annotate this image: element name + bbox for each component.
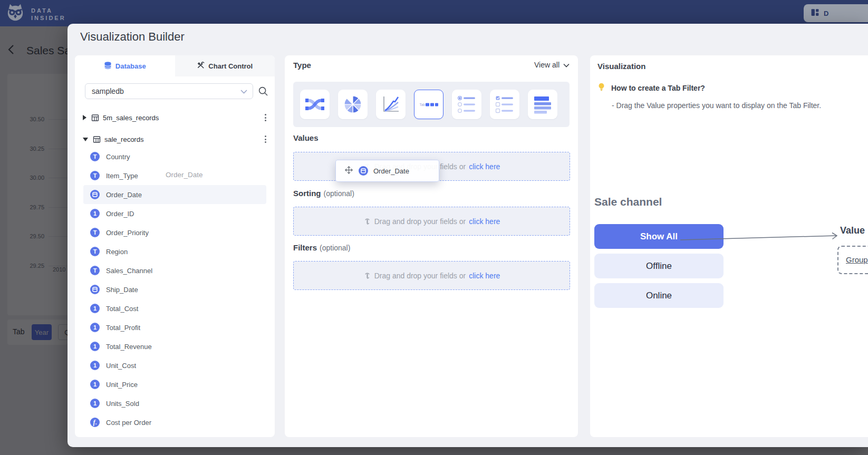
tip-title: How to create a Tab Filter? bbox=[611, 84, 705, 92]
brand-line2: INSIDER bbox=[31, 15, 66, 21]
chart-type-line[interactable] bbox=[376, 90, 406, 119]
table-icon bbox=[91, 114, 99, 122]
visualization-panel: Visualization How to create a Tab Filter… bbox=[590, 55, 868, 437]
chart-type-radio-list[interactable] bbox=[452, 90, 481, 119]
builder-panel: Type View all Tab Values Drag and drop y… bbox=[285, 55, 578, 437]
tab-filter-option-online[interactable]: Online bbox=[594, 283, 724, 308]
field-row-sales-channel[interactable]: TSales_Channel bbox=[83, 261, 266, 280]
chart-type-pie[interactable] bbox=[338, 90, 368, 119]
brand-logo: DATA INSIDER bbox=[5, 3, 66, 26]
database-icon bbox=[104, 61, 112, 71]
field-row-cost-per-order[interactable]: f.Cost per Order bbox=[83, 413, 266, 432]
dashboard-icon bbox=[811, 8, 819, 18]
chart-type-strip: Tab bbox=[293, 82, 570, 127]
annotation-group-dropzone[interactable]: Group bbox=[837, 246, 868, 274]
text-field-icon: T bbox=[90, 247, 100, 256]
number-field-icon: 1 bbox=[90, 399, 100, 408]
field-row-ship-date[interactable]: Ship_Date bbox=[83, 280, 266, 299]
chart-type-table[interactable] bbox=[528, 90, 557, 119]
caret-right-icon[interactable] bbox=[83, 115, 86, 120]
field-row-total-cost[interactable]: 1Total_Cost bbox=[83, 299, 266, 318]
annotation-group-link[interactable]: Group bbox=[846, 255, 868, 264]
table-row-sale-records[interactable]: sale_records bbox=[75, 132, 275, 146]
owl-logo-icon bbox=[5, 3, 25, 26]
table-icon bbox=[93, 135, 101, 143]
field-row-order-date[interactable]: Order_Date bbox=[83, 185, 266, 204]
text-field-icon: T bbox=[90, 228, 100, 237]
tip-body: - Drag the Value properties you want to … bbox=[612, 101, 821, 110]
field-row-order-id[interactable]: 1Order_ID bbox=[83, 204, 266, 223]
view-all-button[interactable]: View all bbox=[534, 61, 570, 69]
sorting-section-label: Sorting(optional) bbox=[293, 189, 354, 198]
drag-ghost-label: Order_Date bbox=[166, 171, 203, 179]
table-row-5m-sales-records[interactable]: 5m_sales_records bbox=[75, 111, 275, 124]
values-section-label: Values bbox=[293, 133, 321, 142]
chip-field-name: Order_Date bbox=[373, 167, 409, 175]
type-section-label: Type bbox=[293, 61, 311, 70]
table-menu-icon[interactable] bbox=[262, 133, 269, 145]
table-name: sale_records bbox=[104, 135, 143, 143]
tab-chart-control[interactable]: Chart Control bbox=[175, 55, 275, 76]
text-field-icon: T bbox=[90, 171, 100, 180]
text-field-icon: T bbox=[90, 152, 100, 161]
date-field-icon bbox=[90, 190, 100, 199]
field-row-units-sold[interactable]: 1Units_Sold bbox=[83, 394, 266, 413]
number-field-icon: 1 bbox=[90, 380, 100, 389]
datasource-select[interactable]: sampledb bbox=[85, 83, 253, 99]
tab-filter-option-offline[interactable]: Offline bbox=[594, 254, 724, 278]
sorting-drop-zone[interactable]: Drag and drop your fields or click here bbox=[293, 207, 570, 236]
click-here-link[interactable]: click here bbox=[469, 272, 500, 280]
database-panel: Database Chart Control sampledb 5m_sal bbox=[75, 55, 275, 437]
top-nav: DATA INSIDER D bbox=[0, 0, 868, 26]
chart-type-checkbox-list[interactable] bbox=[490, 90, 519, 119]
chart-type-sankey[interactable] bbox=[300, 90, 330, 119]
annotation-arrow bbox=[680, 231, 844, 244]
chevron-down-icon bbox=[563, 61, 570, 69]
function-field-icon: f. bbox=[90, 418, 100, 427]
field-row-order-priority[interactable]: TOrder_Priority bbox=[83, 223, 266, 242]
tap-hand-icon bbox=[363, 272, 371, 280]
datasource-select-value: sampledb bbox=[92, 87, 240, 95]
left-panel-tabs: Database Chart Control bbox=[75, 55, 275, 76]
date-field-icon bbox=[359, 166, 368, 176]
table-menu-icon[interactable] bbox=[262, 112, 269, 123]
search-icon[interactable] bbox=[258, 86, 268, 96]
number-field-icon: 1 bbox=[90, 323, 100, 332]
modal-title: Visualization Builder bbox=[80, 30, 185, 44]
visualization-title: Visualization bbox=[597, 62, 645, 71]
field-row-total-profit[interactable]: 1Total_Profit bbox=[83, 318, 266, 337]
dragged-field-chip[interactable]: Order_Date bbox=[335, 160, 439, 182]
drop-hint-text: Drag and drop your fields or bbox=[374, 217, 466, 226]
brand-line1: DATA bbox=[31, 7, 53, 14]
annotation-value-heading: Value bbox=[840, 225, 865, 236]
date-field-icon bbox=[90, 285, 100, 294]
preview-widget-title: Sale channel bbox=[594, 196, 662, 208]
view-all-label: View all bbox=[534, 61, 560, 69]
lightbulb-icon bbox=[597, 82, 606, 94]
chevron-down-icon bbox=[240, 87, 247, 95]
table-name: 5m_sales_records bbox=[103, 114, 159, 122]
dashboard-button-label: D bbox=[824, 9, 828, 17]
field-row-country[interactable]: TCountry bbox=[83, 147, 266, 166]
drop-hint-text: Drag and drop your fields or bbox=[374, 272, 466, 280]
field-row-unit-price[interactable]: 1Unit_Price bbox=[83, 375, 266, 394]
number-field-icon: 1 bbox=[90, 342, 100, 351]
text-field-icon: T bbox=[90, 266, 100, 275]
tab-chart-control-label: Chart Control bbox=[208, 62, 253, 70]
number-field-icon: 1 bbox=[90, 304, 100, 313]
visualization-builder-modal: Visualization Builder Database Chart Con… bbox=[67, 24, 868, 447]
number-field-icon: 1 bbox=[90, 361, 100, 370]
tab-database[interactable]: Database bbox=[75, 55, 175, 76]
field-row-region[interactable]: TRegion bbox=[83, 242, 266, 261]
click-here-link[interactable]: click here bbox=[469, 162, 500, 171]
filters-section-label: Filters(optional) bbox=[293, 243, 350, 252]
dashboard-button[interactable]: D bbox=[804, 4, 868, 22]
filters-drop-zone[interactable]: Drag and drop your fields or click here bbox=[293, 261, 570, 290]
caret-down-icon[interactable] bbox=[83, 138, 88, 141]
field-row-unit-cost[interactable]: 1Unit_Cost bbox=[83, 356, 266, 375]
tools-icon bbox=[197, 61, 205, 71]
field-row-total-revenue[interactable]: 1Total_Revenue bbox=[83, 337, 266, 356]
click-here-link[interactable]: click here bbox=[469, 217, 500, 226]
tap-hand-icon bbox=[363, 217, 371, 226]
chart-type-tab-filter-selected[interactable]: Tab bbox=[414, 90, 443, 119]
